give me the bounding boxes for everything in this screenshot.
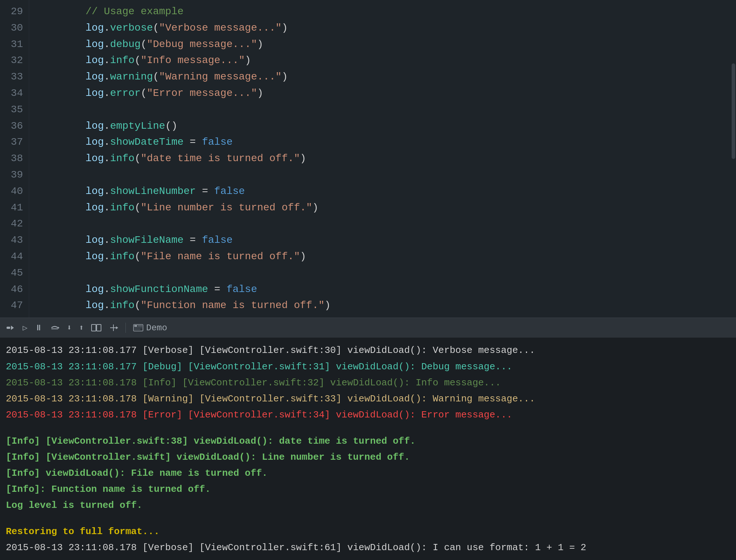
toolbar: ▷ ⏸ ⬇ ⬆ Demo — [0, 318, 736, 338]
line-number: 41 — [4, 200, 23, 216]
console-line — [6, 513, 730, 523]
line-number: 30 — [4, 20, 23, 36]
console-line: Restoring to full format... — [6, 524, 730, 540]
code-line: log.showFunctionName = false — [36, 281, 729, 298]
line-number: 35 — [4, 102, 23, 118]
code-line: log.info("File name is turned off.") — [36, 249, 729, 265]
code-line: log.emptyLine() — [36, 118, 729, 135]
code-line: log.error("Error message...") — [36, 85, 729, 102]
code-line: log.showLineNumber = false — [36, 183, 729, 200]
console-line: [Info]: Function name is turned off. — [6, 481, 730, 497]
toolbar-location-icon[interactable] — [109, 324, 118, 332]
svg-rect-10 — [134, 325, 137, 327]
line-number: 46 — [4, 281, 23, 298]
console-line: [Info] [ViewController.swift:38] viewDid… — [6, 433, 730, 449]
line-number: 33 — [4, 69, 23, 85]
console-line: 2015-08-13 23:11:08.178 [Info] [ViewCont… — [6, 375, 730, 391]
line-number: 43 — [4, 232, 23, 249]
code-line: log.debug("Debug message...") — [36, 36, 729, 53]
console-line — [6, 423, 730, 433]
code-line: log.info("Function name is turned off.") — [36, 298, 729, 314]
line-number: 42 — [4, 216, 23, 232]
line-number: 34 — [4, 85, 23, 102]
toolbar-view-icon[interactable] — [91, 324, 101, 332]
toolbar-demo-label: Demo — [133, 323, 167, 333]
code-line — [36, 216, 729, 232]
code-line: log.info("date time is turned off.") — [36, 151, 729, 167]
scrollbar-track[interactable] — [731, 0, 736, 318]
toolbar-separator — [125, 323, 126, 333]
code-content[interactable]: // Usage example log.verbose("Verbose me… — [29, 0, 736, 318]
code-line: log.info("Info message...") — [36, 52, 729, 69]
svg-rect-4 — [92, 324, 96, 331]
line-number: 48 — [4, 314, 23, 318]
code-line: log.warning("Warning message...") — [36, 69, 729, 85]
code-line: // Usage example — [36, 4, 729, 20]
line-numbers: 2930313233343536373839404142434445464748… — [0, 0, 29, 318]
toolbar-pause-icon[interactable]: ⏸ — [35, 323, 43, 333]
svg-rect-0 — [7, 327, 10, 329]
line-number: 36 — [4, 118, 23, 135]
svg-marker-8 — [116, 326, 118, 329]
line-number: 45 — [4, 265, 23, 281]
console-line: 2015-08-13 23:11:08.177 [Verbose] [ViewC… — [6, 342, 730, 358]
line-number: 47 — [4, 298, 23, 314]
line-number: 31 — [4, 36, 23, 53]
console-line: 2015-08-13 23:11:08.177 [Debug] [ViewCon… — [6, 359, 730, 375]
code-line — [36, 314, 729, 318]
line-number: 29 — [4, 4, 23, 20]
code-line: log.showDateTime = false — [36, 134, 729, 151]
toolbar-step-in-icon[interactable]: ⬇ — [67, 323, 71, 333]
code-line — [36, 102, 729, 118]
line-number: 37 — [4, 134, 23, 151]
line-number: 44 — [4, 249, 23, 265]
code-editor[interactable]: 2930313233343536373839404142434445464748… — [0, 0, 736, 318]
line-number: 32 — [4, 52, 23, 69]
console-line: Log level is turned off. — [6, 497, 730, 513]
toolbar-step-over-icon[interactable] — [50, 324, 59, 332]
toolbar-demo-icon — [133, 324, 143, 332]
line-number: 40 — [4, 183, 23, 200]
code-line: log.showFileName = false — [36, 232, 729, 249]
code-line: log.info("Line number is turned off.") — [36, 200, 729, 216]
demo-label-text: Demo — [146, 323, 167, 333]
line-number: 38 — [4, 151, 23, 167]
line-number: 39 — [4, 167, 23, 183]
svg-rect-5 — [97, 324, 101, 331]
code-line: log.verbose("Verbose message...") — [36, 20, 729, 36]
code-line — [36, 265, 729, 281]
console-area: 2015-08-13 23:11:08.177 [Verbose] [ViewC… — [0, 338, 736, 560]
scrollbar-thumb[interactable] — [732, 63, 735, 159]
console-line: 2015-08-13 23:11:08.178 [Error] [ViewCon… — [6, 407, 730, 423]
console-line: 2015-08-13 23:11:08.178 [Warning] [ViewC… — [6, 391, 730, 407]
toolbar-breakpoint-icon[interactable] — [6, 324, 15, 332]
console-line: [Info] viewDidLoad(): File name is turne… — [6, 465, 730, 481]
toolbar-continue-icon[interactable]: ▷ — [23, 323, 27, 333]
toolbar-step-out-icon[interactable]: ⬆ — [79, 323, 84, 333]
console-line: 2015-08-13 23:11:08.178 [Verbose] [ViewC… — [6, 540, 730, 556]
svg-marker-2 — [58, 327, 59, 329]
svg-marker-1 — [11, 326, 14, 330]
console-line: [Info] [ViewController.swift] viewDidLoa… — [6, 449, 730, 465]
code-line — [36, 167, 729, 183]
